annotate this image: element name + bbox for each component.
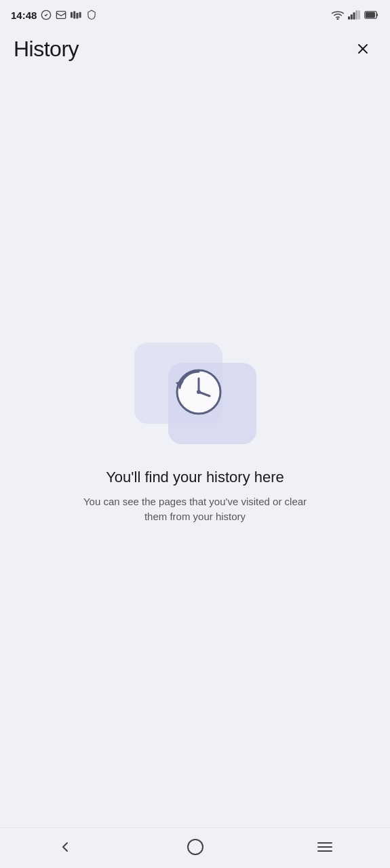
- clock-icon: [165, 359, 226, 420]
- svg-rect-4: [77, 13, 79, 18]
- home-button[interactable]: [130, 828, 260, 865]
- empty-state-container: You'll find your history here You can se…: [0, 33, 390, 827]
- svg-rect-10: [355, 10, 357, 20]
- status-time: 14:48: [11, 9, 37, 21]
- svg-rect-3: [74, 12, 76, 19]
- home-circle-icon: [187, 838, 204, 856]
- empty-state-illustration: [134, 336, 256, 444]
- svg-rect-11: [358, 10, 360, 20]
- sim-icon: [71, 10, 83, 20]
- battery-icon: [364, 10, 379, 20]
- svg-point-21: [188, 840, 203, 854]
- status-left: 14:48: [11, 9, 96, 21]
- status-right: [332, 10, 379, 20]
- svg-rect-8: [351, 14, 353, 20]
- signal-icon: [348, 10, 360, 20]
- status-bar: 14:48: [0, 0, 390, 27]
- menu-button[interactable]: [260, 828, 390, 865]
- check-circle-icon: [41, 9, 52, 20]
- menu-icon: [317, 840, 333, 854]
- svg-rect-1: [57, 12, 66, 19]
- svg-rect-2: [71, 12, 73, 18]
- back-button[interactable]: [0, 828, 130, 865]
- wifi-icon: [332, 10, 344, 20]
- svg-point-19: [197, 390, 201, 394]
- empty-state-description: You can see the pages that you've visite…: [80, 494, 311, 525]
- svg-rect-9: [353, 12, 355, 20]
- shield-icon: [87, 9, 96, 20]
- bottom-navigation: [0, 827, 390, 868]
- email-icon: [56, 9, 66, 20]
- svg-point-6: [337, 18, 338, 20]
- back-icon: [57, 839, 73, 855]
- empty-state-title: You'll find your history here: [106, 469, 284, 486]
- svg-rect-7: [348, 16, 350, 20]
- svg-rect-5: [79, 12, 81, 18]
- svg-rect-13: [366, 12, 374, 17]
